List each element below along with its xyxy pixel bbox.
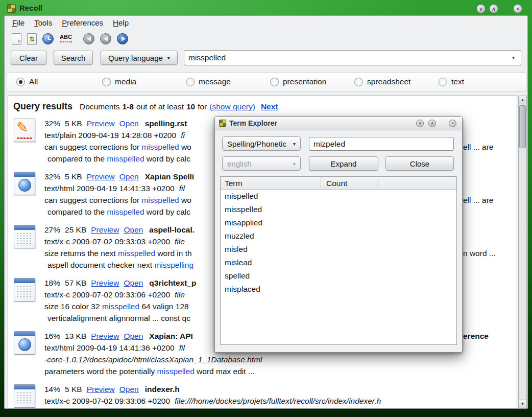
snippet-text: compared to the: [47, 207, 107, 216]
term-row[interactable]: mispelled: [221, 190, 456, 203]
preview-link[interactable]: Preview: [87, 172, 115, 181]
search-button[interactable]: Search: [54, 51, 93, 65]
open-link[interactable]: Open: [119, 172, 139, 181]
radio-icon: [186, 78, 195, 86]
term-row[interactable]: spelled: [221, 269, 456, 283]
unshade-button[interactable]: ∧: [428, 120, 436, 127]
expansion-mode-value: Spelling/Phonetic: [227, 140, 286, 148]
green-arrows-glyph: ⇅: [29, 36, 35, 42]
dots-pattern: [16, 232, 33, 246]
snippet-text: wo: [179, 143, 191, 151]
filter-media[interactable]: media: [102, 73, 136, 91]
count-column-header[interactable]: Count: [321, 177, 347, 189]
menu-tools[interactable]: Tools: [34, 18, 52, 27]
preview-link[interactable]: Preview: [87, 385, 115, 393]
clear-search-icon[interactable]: ×: [12, 33, 21, 45]
docs-range: 1-8: [122, 102, 133, 111]
term-row[interactable]: misled: [221, 243, 456, 256]
globe-icon: [18, 179, 31, 192]
term-row[interactable]: muzzled: [221, 229, 456, 243]
menu-preferences[interactable]: Preferences: [62, 18, 103, 27]
results-scrollbar[interactable]: ▲ ▼: [518, 96, 527, 408]
first-page-icon[interactable]: [83, 33, 94, 44]
menu-help[interactable]: Help: [113, 18, 129, 27]
matched-term: misspelling: [154, 261, 194, 269]
close-dialog-button[interactable]: ×: [449, 120, 456, 127]
filter-spreadsheet[interactable]: spreadsheet: [354, 73, 410, 91]
term-row[interactable]: mislead: [221, 256, 456, 269]
matched-term: misspelled: [157, 367, 195, 376]
shade-button[interactable]: ∨: [416, 120, 424, 127]
relevance-percent: 32%: [44, 172, 60, 181]
doc-url: fi: [181, 131, 185, 140]
search-query-input[interactable]: [184, 50, 521, 65]
doc-title: Xapian Spelli: [145, 172, 194, 181]
prev-page-icon[interactable]: [100, 33, 111, 44]
filter-message[interactable]: message: [186, 73, 231, 91]
history-icon[interactable]: [42, 33, 54, 44]
radio-icon: [270, 78, 279, 86]
left-arrow-glyph: [87, 36, 91, 41]
clock-hand: [48, 39, 51, 40]
preview-link[interactable]: Preview: [91, 279, 119, 287]
dialog-title: Term Explorer: [229, 117, 277, 130]
update-index-icon[interactable]: ⇅: [27, 33, 37, 45]
open-link[interactable]: Open: [119, 119, 139, 128]
matched-term: misspelled: [102, 302, 139, 311]
doc-url: file: [175, 290, 185, 299]
snippet-text: wo: [179, 196, 191, 204]
doc-meta: text/x-c 2009-07-02 09:33:06 +0200: [44, 397, 170, 405]
query-results-title: Query results: [13, 101, 72, 112]
term-explorer-dialog: Term Explorer ∨ ∧ × Spelling/Phonetic ▾ …: [214, 117, 463, 353]
term-row[interactable]: misapplied: [221, 216, 456, 229]
term-row[interactable]: misplaced: [221, 283, 456, 296]
scrollbar-thumb[interactable]: [519, 105, 526, 148]
relevance-percent: 27%: [44, 225, 60, 234]
term-results-table: Term Count ⋮ mispelled misspelled misapp…: [220, 176, 457, 345]
term-row[interactable]: misspelled: [221, 203, 456, 216]
open-link[interactable]: Open: [124, 225, 143, 234]
term-explorer-titlebar[interactable]: Term Explorer ∨ ∧ ×: [215, 117, 462, 130]
filter-text[interactable]: text: [439, 73, 464, 91]
doc-url: fil: [179, 343, 185, 352]
language-dropdown[interactable]: english ▾: [222, 156, 301, 171]
scroll-up-icon[interactable]: ▲: [519, 96, 526, 104]
open-link[interactable]: Open: [124, 279, 143, 287]
query-language-label: Query language: [108, 54, 163, 62]
show-query-link[interactable]: (show query): [209, 102, 255, 111]
scroll-down-icon[interactable]: ▼: [519, 400, 526, 408]
unshade-button[interactable]: ∧: [489, 4, 498, 13]
source-document-icon: [14, 384, 35, 408]
open-link[interactable]: Open: [119, 385, 139, 393]
snippet-fragment: ell ... are: [463, 141, 493, 153]
menu-file[interactable]: File: [12, 18, 25, 27]
snippet-fragment: ell ... are: [463, 194, 493, 206]
term-input[interactable]: [309, 137, 454, 151]
result-item: 14%5 KBPreviewOpenindexer.h text/x-c 200…: [8, 383, 515, 408]
clear-button[interactable]: Clear: [11, 51, 46, 65]
open-link[interactable]: Open: [124, 332, 143, 340]
preview-link[interactable]: Preview: [91, 332, 119, 340]
preview-link[interactable]: Preview: [91, 225, 119, 234]
query-language-dropdown[interactable]: Query language ▾: [101, 51, 178, 65]
close-window-button[interactable]: ×: [513, 4, 522, 13]
next-page-icon[interactable]: [117, 33, 128, 44]
chevron-down-icon[interactable]: ▾: [512, 55, 515, 60]
preview-link[interactable]: Preview: [87, 119, 115, 128]
filter-presentation[interactable]: presentation: [270, 73, 326, 91]
column-grip-icon[interactable]: ⋮: [375, 178, 381, 186]
next-page-link[interactable]: Next: [261, 102, 278, 111]
filter-all[interactable]: All: [16, 73, 38, 91]
expansion-mode-dropdown[interactable]: Spelling/Phonetic ▾: [222, 136, 301, 151]
doc-size: 57 KB: [65, 279, 86, 287]
doc-title: q3richtext_p: [149, 279, 196, 287]
matched-term: misspelled: [107, 207, 144, 216]
filter-label: media: [115, 77, 136, 86]
radio-icon: [16, 78, 25, 86]
term-explorer-icon[interactable]: ABC: [59, 33, 74, 45]
term-column-header[interactable]: Term: [225, 177, 242, 190]
close-button[interactable]: Close: [385, 156, 454, 171]
expand-button[interactable]: Expand: [309, 156, 378, 171]
shade-button[interactable]: ∨: [476, 4, 486, 13]
matched-term: misspelled: [141, 196, 179, 204]
